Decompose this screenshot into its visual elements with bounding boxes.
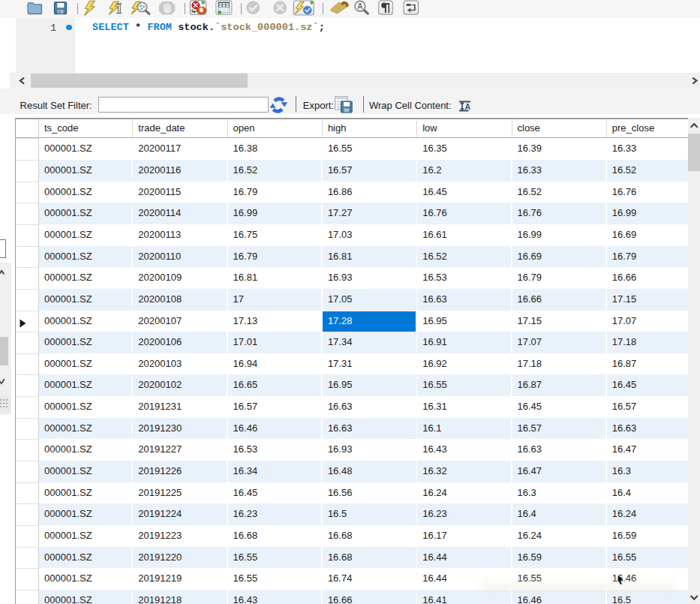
svg-text:A: A [464, 102, 470, 111]
